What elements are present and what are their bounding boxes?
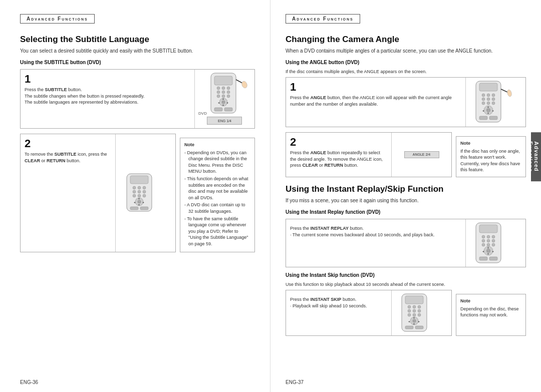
svg-point-60	[506, 89, 512, 97]
left-note-1: - Depending on DVDs, you can change desi…	[184, 150, 250, 175]
replay-step-text: Press the INSTANT REPLAY button. · The c…	[290, 225, 461, 238]
camera-step-2-text: Press the ANGLE button repeatedly to sel…	[290, 150, 387, 169]
left-step-1-image: DVD	[194, 70, 254, 128]
camera-step-2-row: 2 Press the ANGLE button repeatedly to s…	[286, 132, 526, 177]
camera-step-2-content: 2 Press the ANGLE button repeatedly to s…	[286, 133, 391, 177]
svg-rect-22	[130, 176, 148, 184]
remote-svg-angle-1: ▲ ▼ ◄ ►	[473, 80, 518, 124]
replay-subheading: Using the Instant Replay function (DVD)	[286, 209, 526, 215]
svg-point-28	[143, 190, 146, 193]
svg-rect-62	[479, 225, 497, 233]
svg-point-6	[222, 91, 225, 94]
svg-point-42	[482, 94, 485, 97]
svg-rect-17	[214, 108, 222, 111]
svg-point-29	[133, 194, 136, 197]
svg-text:▼: ▼	[487, 112, 489, 115]
section-instant-replay: Using the Instant Replay/Skip Function I…	[286, 184, 526, 336]
instant-replay-title: Using the Instant Replay/Skip Function	[286, 184, 526, 194]
svg-point-7	[227, 91, 230, 94]
skip-note-title: Note	[460, 298, 521, 304]
svg-point-43	[487, 94, 490, 97]
svg-point-66	[482, 239, 485, 242]
svg-point-8	[217, 95, 220, 98]
left-step-2-image: ▲ ▼ ◄ ►	[115, 134, 175, 252]
camera-angle-subheading: Using the ANGLE button (DVD)	[286, 60, 526, 65]
camera-angle-title: Changing the Camera Angle	[286, 35, 526, 45]
svg-point-84	[418, 305, 421, 308]
svg-rect-38	[130, 207, 138, 210]
svg-point-27	[138, 190, 141, 193]
svg-rect-58	[489, 116, 497, 120]
svg-point-86	[413, 309, 416, 312]
svg-point-20	[241, 81, 248, 89]
skip-note-box: Note Depending on the disc, these functi…	[456, 294, 526, 336]
svg-line-59	[501, 89, 507, 92]
camera-step-2: 2 Press the ANGLE button repeatedly to s…	[286, 132, 452, 177]
svg-text:◄: ◄	[482, 109, 484, 112]
svg-point-64	[487, 235, 490, 238]
camera-step-2-image: ANGLE 2/4	[391, 133, 451, 177]
left-step-2: 2 To remove the SUBTITLE icon, press the…	[20, 134, 176, 252]
left-step-1: 1 Press the SUBTITLE button. The subtitl…	[20, 69, 255, 129]
svg-point-68	[492, 239, 495, 242]
camera-angle-desc: When a DVD contains multiple angles of a…	[286, 48, 526, 54]
svg-point-67	[487, 239, 490, 242]
camera-step-1-image: ▲ ▼ ◄ ►	[465, 78, 525, 127]
svg-text:▲: ▲	[487, 105, 489, 108]
camera-note-title: Note	[460, 140, 521, 147]
svg-rect-79	[489, 257, 497, 260]
camera-note-text: If the disc has only one angle, this fea…	[460, 148, 521, 173]
svg-text:►: ►	[226, 101, 229, 104]
svg-rect-78	[479, 257, 487, 260]
svg-rect-1	[214, 76, 232, 85]
svg-rect-81	[405, 296, 423, 304]
remote-svg-skip: ▲ ▼ ◄ ►	[399, 293, 444, 333]
svg-rect-18	[224, 108, 232, 111]
left-page: Advanced Functions Selecting the Subtitl…	[0, 0, 270, 392]
remote-svg-1: ▲ ▼ ◄ ►	[208, 72, 251, 115]
svg-rect-98	[415, 326, 423, 329]
svg-rect-97	[405, 326, 413, 329]
side-tab-text: AdvancedFunctions	[527, 141, 539, 172]
svg-line-19	[236, 80, 242, 83]
left-subheading: Using the SUBTITLE button (DVD)	[20, 60, 255, 65]
left-note-4: - To have the same subtitle language com…	[184, 216, 250, 247]
skip-step-text: Press the INSTANT SKIP button. · Playbac…	[290, 296, 387, 309]
camera-step-2-number: 2	[290, 137, 387, 148]
svg-point-25	[143, 186, 146, 189]
camera-angle-subtext: If the disc contains multiple angles, th…	[286, 69, 526, 74]
svg-text:▲: ▲	[487, 246, 489, 249]
skip-step: Press the INSTANT SKIP button. · Playbac…	[286, 290, 452, 336]
left-step-2-row: 2 To remove the SUBTITLE icon, press the…	[20, 134, 255, 252]
svg-point-23	[133, 186, 136, 189]
skip-subheading: Using the Instant Skip function (DVD)	[286, 272, 526, 278]
svg-point-3	[222, 87, 225, 90]
svg-text:▲: ▲	[138, 197, 140, 200]
svg-text:▼: ▼	[413, 322, 415, 325]
svg-text:◄: ◄	[482, 250, 484, 253]
skip-subtext: Use this function to skip playback about…	[286, 282, 526, 287]
right-page-number: ENG-37	[286, 379, 304, 385]
svg-point-49	[487, 102, 490, 105]
replay-step: Press the INSTANT REPLAY button. · The c…	[286, 219, 526, 267]
skip-step-image: ▲ ▼ ◄ ►	[391, 290, 451, 335]
replay-step-content: Press the INSTANT REPLAY button. · The c…	[286, 219, 465, 267]
svg-text:◄: ◄	[217, 101, 220, 104]
camera-step-1-text: Press the ANGLE button, then the ANGLE i…	[290, 95, 461, 107]
svg-point-82	[408, 305, 411, 308]
svg-text:►: ►	[418, 320, 420, 323]
svg-rect-39	[140, 207, 148, 210]
right-page: Advanced Functions Changing the Camera A…	[270, 0, 541, 392]
svg-text:◄: ◄	[408, 320, 410, 323]
svg-point-4	[227, 87, 230, 90]
left-step-1-content: 1 Press the SUBTITLE button. The subtitl…	[21, 70, 194, 128]
svg-point-65	[492, 235, 495, 238]
svg-point-69	[482, 243, 485, 246]
replay-step-image: ▲ ▼ ◄ ►	[465, 219, 525, 267]
remote-svg-2: ▲ ▼ ◄ ►	[124, 173, 167, 213]
camera-step-1-content: 1 Press the ANGLE button, then the ANGLE…	[286, 78, 465, 127]
svg-point-48	[482, 102, 485, 105]
svg-point-45	[482, 98, 485, 101]
right-header: Advanced Functions	[286, 14, 360, 24]
left-note-box: Note - Depending on DVDs, you can change…	[180, 138, 255, 252]
